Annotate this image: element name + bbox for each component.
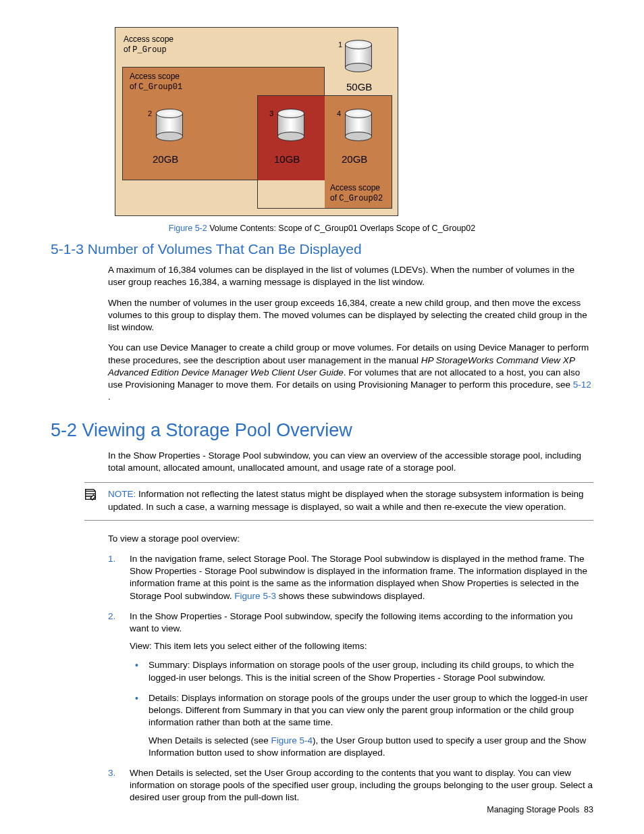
s52-intro: In the Show Properties - Storage Pool su… [108,450,593,474]
bullet-details: Details: Displays information on storage… [130,692,593,759]
s513-p1: A maximum of 16,384 volumes can be displ… [108,264,593,288]
scope-p-label1: Access scope [124,34,173,44]
scope-p-label2: of [124,45,130,54]
vol1-num: 1 [338,40,342,50]
figure-ref: Figure 5-2 [169,224,207,233]
scope-c1-label2: of [130,82,136,91]
vol2-size: 20GB [153,153,178,166]
note-block: NOTE: Information not reflecting the lat… [84,482,593,520]
step-num: 1. [108,553,115,565]
figure-caption: Figure 5-2 Volume Contents: Scope of C_G… [51,223,593,234]
s513-p2: When the number of volumes in the user g… [108,297,593,334]
footer-text: Managing Storage Pools [487,805,579,814]
figure-caption-text: Volume Contents: Scope of C_Group01 Over… [207,224,475,233]
scope-c1-label1: Access scope [130,72,180,81]
note-label: NOTE: [108,489,136,499]
xref-figure-5-4[interactable]: Figure 5-4 [271,735,313,746]
volume-cylinder-icon [277,109,304,141]
heading-5-2: 5-2 Viewing a Storage Pool Overview [51,418,593,442]
figure-5-2: Access scope of P_Group Access scope of … [115,27,593,216]
scope-c1-group: C_Group01 [138,82,182,92]
xref-figure-5-3[interactable]: Figure 5-3 [234,591,276,601]
step-1: 1. In the navigation frame, select Stora… [108,553,593,602]
page-number: 83 [584,805,593,814]
step-2: 2. In the Show Properties - Storage Pool… [108,610,593,759]
note-icon [83,487,98,506]
vol1-size: 50GB [346,80,372,94]
page-footer: Managing Storage Pools 83 [487,804,593,816]
volume-cylinder-icon [156,109,183,141]
vol3-size: 10GB [274,153,300,166]
scope-c2-group: C_Group02 [339,194,383,203]
step-num: 3. [108,767,115,779]
xref-5-12[interactable]: 5-12 [573,380,591,390]
volume-cylinder-icon [345,40,372,72]
step-num: 2. [108,610,115,623]
step-2-view: View: This item lets you select either o… [130,640,593,652]
note-text: Information not reflecting the latest st… [108,489,584,511]
volume-cylinder-icon [345,109,372,141]
vol3-num: 3 [269,109,273,119]
heading-5-1-3: 5-1-3 Number of Volumes That Can Be Disp… [51,240,593,259]
scope-c2-label1: Access scope [330,183,380,192]
bullet-summary: Summary: Displays information on storage… [130,659,593,683]
s513-p3: You can use Device Manager to create a c… [108,342,593,403]
scope-c2-label2: of [330,193,337,203]
vol2-num: 2 [148,109,152,119]
s52-lead: To view a storage pool overview: [108,533,593,545]
vol4-num: 4 [337,109,341,119]
scope-p-group: P_Group [132,45,166,55]
step-3: 3. When Details is selected, set the Use… [108,767,593,804]
vol4-size: 20GB [342,153,367,166]
